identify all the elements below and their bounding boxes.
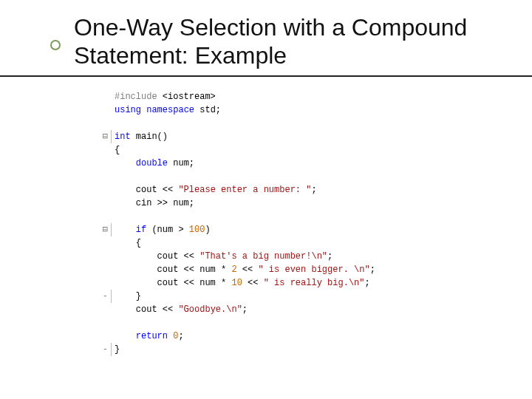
code-line: using namespace std;: [96, 103, 375, 117]
code-line: cout << "Please enter a number: ";: [96, 183, 375, 197]
code-text: }: [115, 291, 141, 301]
code-line: [96, 117, 375, 130]
code-line: {: [96, 143, 375, 157]
slide: One-Way Selection with a Compound Statem…: [0, 0, 532, 399]
code-line: double num;: [96, 157, 375, 170]
code-text: int main(): [115, 132, 168, 142]
code-line: - }: [96, 290, 375, 303]
code-line: return 0;: [96, 330, 375, 343]
code-line: cout << num * 10 << " is really big.\n";: [96, 276, 375, 290]
code-line: cout << num * 2 << " is even bigger. \n"…: [96, 263, 375, 276]
gutter: -: [96, 290, 112, 303]
title-underline: [0, 75, 532, 77]
code-line: [96, 170, 375, 183]
code-line: [96, 210, 375, 223]
code-text: using namespace std;: [115, 105, 221, 115]
code-text: #include <iostream>: [115, 92, 216, 102]
code-text: {: [115, 238, 141, 248]
code-text: cout << "That's a big number!\n";: [115, 251, 332, 262]
gutter: ⊟: [96, 130, 112, 143]
slide-title: One-Way Selection with a Compound Statem…: [74, 13, 502, 70]
code-text: cout << "Goodbye.\n";: [115, 304, 248, 315]
code-text: {: [115, 145, 120, 155]
code-text: double num;: [115, 158, 194, 168]
code-line: cout << "That's a big number!\n";: [96, 250, 375, 263]
code-line: [96, 316, 375, 330]
code-text: cin >> num;: [115, 198, 194, 208]
code-text: return 0;: [115, 331, 184, 341]
code-text: if (num > 100): [115, 225, 211, 235]
code-line: {: [96, 236, 375, 250]
code-line: cout << "Goodbye.\n";: [96, 303, 375, 316]
code-text: cout << num * 2 << " is even bigger. \n"…: [115, 265, 375, 275]
code-line: ⊟int main(): [96, 130, 375, 143]
gutter: ⊟: [96, 223, 112, 236]
gutter: -: [96, 343, 112, 356]
bullet-icon: [50, 40, 61, 50]
code-line: -}: [96, 343, 375, 356]
code-text: }: [115, 344, 120, 355]
code-line: cin >> num;: [96, 197, 375, 210]
code-block: #include <iostream>using namespace std;⊟…: [96, 90, 375, 356]
code-text: cout << num * 10 << " is really big.\n";: [115, 278, 370, 288]
code-text: cout << "Please enter a number: ";: [115, 185, 317, 195]
code-line: #include <iostream>: [96, 90, 375, 103]
code-line: ⊟ if (num > 100): [96, 223, 375, 236]
